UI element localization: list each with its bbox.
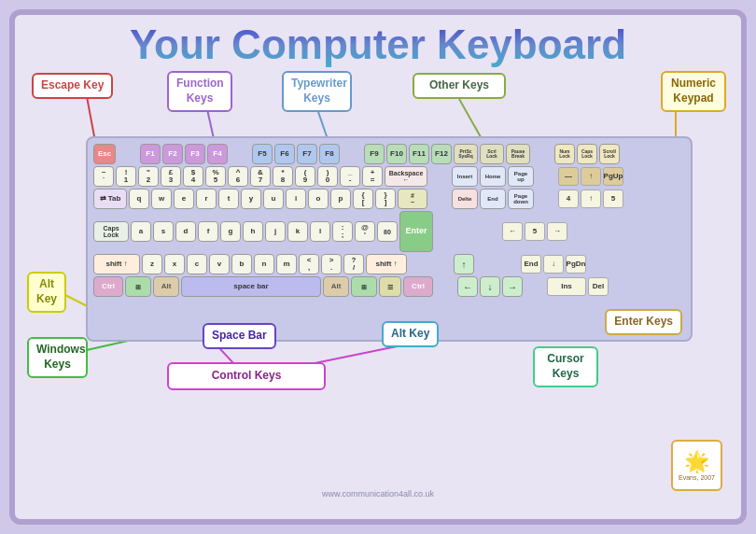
- key-f5[interactable]: F5: [252, 144, 273, 164]
- key-i[interactable]: i: [286, 189, 306, 209]
- key-backspace[interactable]: Backspace ←: [385, 166, 427, 187]
- key-delete[interactable]: Delte: [452, 189, 478, 209]
- key-k[interactable]: k: [287, 221, 308, 242]
- key-slash[interactable]: ?/: [343, 254, 364, 274]
- key-o[interactable]: o: [308, 189, 329, 209]
- key-right[interactable]: →: [502, 276, 523, 297]
- key-up[interactable]: ↑: [454, 254, 474, 274]
- key-left[interactable]: ←: [457, 276, 478, 297]
- key-0[interactable]: )0: [317, 166, 338, 187]
- key-c[interactable]: c: [187, 254, 207, 274]
- key-num-8[interactable]: ↑: [581, 190, 601, 208]
- key-ctrl-right[interactable]: Ctrl: [403, 276, 433, 297]
- key-minus[interactable]: _-: [340, 166, 360, 187]
- key-enter-main[interactable]: Enter: [399, 211, 433, 252]
- key-num-4[interactable]: ←: [502, 222, 523, 241]
- key-ctrl-left[interactable]: Ctrl: [93, 276, 123, 297]
- key-w[interactable]: w: [151, 189, 172, 209]
- key-comma[interactable]: <,: [299, 254, 319, 274]
- key-shift-right[interactable]: shift ↑: [366, 254, 407, 274]
- key-menu[interactable]: ☰: [379, 276, 401, 297]
- key-num-1[interactable]: End: [521, 255, 541, 274]
- key-hash[interactable]: #~: [398, 189, 427, 209]
- key-f8[interactable]: F8: [319, 144, 340, 164]
- key-alt-left[interactable]: Alt: [153, 276, 179, 297]
- key-f12[interactable]: F12: [431, 144, 452, 164]
- key-5[interactable]: %5: [205, 166, 226, 187]
- key-pause[interactable]: PauseBreak: [506, 144, 530, 164]
- key-num-6[interactable]: →: [547, 222, 567, 241]
- key-6[interactable]: ^6: [228, 166, 248, 187]
- key-tab[interactable]: ⇄ Tab: [93, 189, 127, 209]
- key-space[interactable]: space bar: [181, 276, 321, 297]
- key-f7[interactable]: F7: [297, 144, 317, 164]
- key-f2[interactable]: F2: [162, 144, 183, 164]
- key-capslk[interactable]: CapsLock: [577, 144, 597, 164]
- key-7[interactable]: &7: [250, 166, 271, 187]
- key-win-left[interactable]: ⊞: [125, 276, 151, 297]
- key-2[interactable]: "2: [138, 166, 159, 187]
- key-f[interactable]: f: [198, 221, 218, 242]
- key-l[interactable]: l: [310, 221, 330, 242]
- key-f11[interactable]: F11: [409, 144, 429, 164]
- key-insert[interactable]: Insert: [452, 166, 478, 187]
- key-f6[interactable]: F6: [274, 144, 295, 164]
- key-num-9[interactable]: 5: [603, 190, 623, 208]
- key-u[interactable]: u: [263, 189, 284, 209]
- key-z[interactable]: z: [142, 254, 162, 274]
- key-n[interactable]: n: [254, 254, 274, 274]
- key-f9[interactable]: F9: [364, 144, 385, 164]
- key-end[interactable]: End: [480, 189, 506, 209]
- key-quote[interactable]: @': [355, 221, 375, 242]
- key-alt-right[interactable]: Alt: [323, 276, 349, 297]
- key-f1[interactable]: F1: [140, 144, 161, 164]
- key-x[interactable]: x: [164, 254, 185, 274]
- key-r[interactable]: r: [196, 189, 217, 209]
- key-8[interactable]: *8: [273, 166, 293, 187]
- key-3[interactable]: £3: [161, 166, 181, 187]
- key-capslock[interactable]: CapsLock: [93, 221, 129, 242]
- key-h[interactable]: h: [243, 221, 263, 242]
- key-esc[interactable]: Esc: [93, 144, 116, 164]
- key-80[interactable]: 80: [377, 221, 398, 242]
- key-b[interactable]: b: [231, 254, 252, 274]
- key-num-3[interactable]: PgDn: [566, 255, 586, 274]
- key-period[interactable]: >.: [321, 254, 342, 274]
- key-m[interactable]: m: [276, 254, 297, 274]
- key-num-5[interactable]: 5: [525, 222, 545, 241]
- key-d[interactable]: d: [175, 221, 196, 242]
- key-1[interactable]: !1: [116, 166, 136, 187]
- key-t[interactable]: t: [218, 189, 239, 209]
- key-q[interactable]: q: [129, 189, 149, 209]
- key-num-sub[interactable]: PgUp: [603, 167, 623, 186]
- key-plus[interactable]: +=: [362, 166, 383, 187]
- key-home[interactable]: Home: [480, 166, 506, 187]
- key-f4[interactable]: F4: [207, 144, 228, 164]
- key-prtsc[interactable]: PrtScSysRq: [454, 144, 478, 164]
- key-y[interactable]: y: [241, 189, 261, 209]
- key-num-div[interactable]: —: [558, 167, 579, 186]
- key-num-mul[interactable]: ↑: [581, 167, 601, 186]
- key-num-2[interactable]: ↓: [543, 255, 564, 274]
- key-rbracket[interactable]: }]: [375, 189, 396, 209]
- key-semi[interactable]: :;: [332, 221, 353, 242]
- key-f3[interactable]: F3: [185, 144, 205, 164]
- key-num-7[interactable]: 4: [558, 190, 579, 208]
- key-num-0[interactable]: Ins: [547, 277, 586, 296]
- key-shift-left[interactable]: shift ↑: [93, 254, 140, 274]
- key-j[interactable]: j: [265, 221, 286, 242]
- key-scrlk[interactable]: ScrlLock: [480, 144, 504, 164]
- key-numlk[interactable]: NumLock: [554, 144, 575, 164]
- key-scrollk[interactable]: ScrollLock: [599, 144, 620, 164]
- key-backtick[interactable]: ~`: [93, 166, 114, 187]
- key-g[interactable]: g: [220, 221, 241, 242]
- key-s[interactable]: s: [153, 221, 174, 242]
- key-down[interactable]: ↓: [480, 276, 500, 297]
- key-pgup[interactable]: Page up: [508, 166, 534, 187]
- key-pgdn[interactable]: Page down: [508, 189, 534, 209]
- key-4[interactable]: $4: [183, 166, 203, 187]
- key-9[interactable]: (9: [295, 166, 315, 187]
- key-e[interactable]: e: [174, 189, 194, 209]
- key-lbracket[interactable]: {[: [353, 189, 373, 209]
- key-f10[interactable]: F10: [386, 144, 407, 164]
